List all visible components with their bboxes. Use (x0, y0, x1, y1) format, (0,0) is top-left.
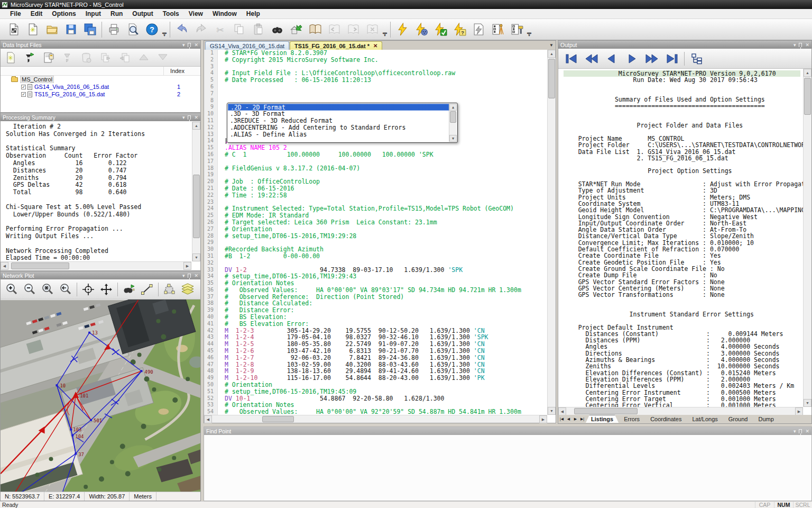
center-point-button[interactable] (79, 281, 97, 298)
menu-window[interactable]: Window (208, 10, 242, 17)
new-from-template-button[interactable]: ✳ (23, 21, 42, 39)
toolbar-overflow-icon[interactable]: ▬▾ (161, 21, 168, 39)
pin-icon[interactable] (188, 274, 191, 278)
bookmark-prev-button[interactable] (325, 21, 344, 39)
run-data-check-button[interactable] (431, 21, 450, 39)
output-tab-ground[interactable]: Ground (723, 415, 753, 423)
relative-ellipses-button[interactable] (161, 281, 179, 298)
run-preprocess-button[interactable] (412, 21, 431, 39)
inverse-button[interactable] (138, 281, 156, 298)
toolbar-overflow2-icon[interactable]: ▬▾ (382, 21, 388, 39)
close-icon[interactable]: ✕ (805, 42, 809, 48)
close-tab-icon[interactable]: ✕ (373, 43, 377, 49)
find-button[interactable] (267, 21, 287, 39)
data-file-row[interactable]: ✓GS14_Viva_2016_06_15.dat1 (1, 83, 200, 90)
last-page-button[interactable] (662, 50, 682, 67)
find-point-button[interactable] (120, 281, 138, 298)
output-tab-dump[interactable]: Dump (753, 415, 779, 423)
output-tab-listings[interactable]: Listings (586, 415, 619, 423)
print-button[interactable] (104, 21, 123, 39)
data-file-row[interactable]: ✓TS15_FG_2016_06_15.dat2 (1, 90, 200, 98)
goto-button[interactable] (287, 21, 306, 39)
file-name[interactable]: GS14_Viva_2016_06_15.dat (34, 84, 109, 90)
autocomplete-item[interactable]: .ALIAS - Define Alias (228, 131, 457, 138)
editor-vscrollbar[interactable]: ▲ ▼ (547, 50, 556, 415)
output-listing-text[interactable]: MicroSurvey STAR*NET-PRO Version 9,0,2,6… (558, 69, 811, 407)
delete-data-file-button[interactable] (79, 50, 95, 65)
instrument-manager-button[interactable] (507, 21, 526, 39)
close-icon[interactable]: ✕ (194, 42, 198, 48)
popup-scrollbar[interactable]: ▲ ▼ (449, 104, 457, 142)
panel-menu-icon[interactable]: ▾ (182, 273, 185, 278)
move-down-button[interactable] (155, 50, 171, 65)
file-name[interactable]: TS15_FG_2016_06_15.dat (34, 91, 105, 97)
processing-summary-vscrollbar[interactable]: ▲ ▼ (192, 122, 200, 261)
help-button[interactable]: ? (142, 21, 161, 39)
points-manager-button[interactable] (488, 21, 507, 39)
redo-button[interactable] (191, 21, 210, 39)
output-tab-coordinates[interactable]: Coordinates (645, 415, 687, 423)
fast-backward-button[interactable] (582, 50, 602, 67)
new-data-file-button[interactable]: ✳ (3, 50, 19, 65)
preprocess-listing-button[interactable] (469, 21, 488, 39)
panel-menu-icon[interactable]: ▾ (182, 42, 185, 48)
tab-scroll-prev-icon[interactable]: ◀ (565, 415, 572, 422)
menu-view[interactable]: View (184, 10, 208, 17)
previous-button[interactable] (602, 50, 622, 67)
copy-from-project-button[interactable] (117, 50, 133, 65)
output-vscrollbar[interactable]: ▲ ▼ (803, 69, 811, 407)
copy-to-project-button[interactable] (98, 50, 114, 65)
tab-list-dropdown-icon[interactable]: ▼ (549, 43, 553, 48)
add-data-file-button[interactable] (22, 50, 38, 65)
menu-run[interactable]: Run (106, 10, 127, 17)
run-blunder-detect-button[interactable]: ? (450, 21, 469, 39)
bookmark-clear-button[interactable] (363, 21, 382, 39)
pin-icon[interactable] (799, 429, 802, 433)
pan-button[interactable] (97, 281, 115, 298)
move-up-button[interactable] (136, 50, 152, 65)
tree-root-folder[interactable]: MS_Control (1, 76, 200, 83)
menu-output[interactable]: Output (127, 10, 158, 17)
file-enabled-checkbox[interactable]: ✓ (21, 92, 26, 97)
file-enabled-checkbox[interactable]: ✓ (21, 85, 26, 89)
fast-forward-button[interactable] (642, 50, 662, 67)
processing-summary-hscrollbar[interactable]: ◀ ▶ (1, 261, 191, 270)
open-project-button[interactable] (42, 21, 61, 39)
tab-gs14-viva[interactable]: GS14_Viva_2016_06_15.dat (205, 41, 289, 50)
editor-text-area[interactable]: 1# STAR*FG Version 8.2.0.39072# Copyrigh… (204, 50, 556, 415)
zoom-out-button[interactable] (21, 281, 39, 298)
menu-file[interactable]: File (5, 10, 26, 17)
tab-scroll-next-icon[interactable]: ▶ (572, 415, 579, 422)
pin-icon[interactable] (188, 43, 191, 47)
output-hscrollbar[interactable]: ◀ ▶ (558, 407, 803, 415)
run-adjustment-button[interactable] (393, 21, 412, 39)
autocomplete-popup[interactable]: .2D - 2D Format.3D - 3D Format.3REDUCE -… (227, 103, 458, 143)
close-icon[interactable]: ✕ (194, 115, 198, 120)
output-tab-errors[interactable]: Errors (619, 415, 645, 423)
menu-help[interactable]: Help (242, 10, 265, 17)
tab-ts15-fg[interactable]: TS15_FG_2016_06_15.dat *✕ (290, 41, 382, 50)
save-all-button[interactable] (80, 21, 99, 39)
menu-edit[interactable]: Edit (26, 10, 48, 17)
zoom-in-button[interactable] (3, 281, 21, 298)
panel-menu-icon[interactable]: ▾ (793, 42, 796, 48)
menu-input[interactable]: Input (81, 10, 106, 17)
editor-hscrollbar[interactable]: ◀ ▶ (204, 415, 547, 423)
edit-data-file-button[interactable] (41, 50, 57, 65)
view-listing-book-button[interactable] (306, 21, 325, 39)
undo-button[interactable] (172, 21, 191, 39)
zoom-previous-button[interactable] (57, 281, 75, 298)
pin-icon[interactable] (799, 43, 802, 47)
remove-data-file-button[interactable] (60, 50, 76, 65)
print-preview-button[interactable] (123, 21, 142, 39)
menu-options[interactable]: Options (47, 10, 80, 17)
next-button[interactable] (622, 50, 642, 67)
listing-index-tree-button[interactable] (687, 50, 707, 67)
output-tab-lat-longs[interactable]: Lat/Longs (687, 415, 723, 423)
bookmark-next-button[interactable] (344, 21, 363, 39)
panel-menu-icon[interactable]: ▾ (793, 429, 796, 434)
copy-button[interactable] (229, 21, 248, 39)
first-page-button[interactable] (561, 50, 582, 67)
save-button[interactable] (61, 21, 80, 39)
cut-button[interactable]: ✂ (210, 21, 229, 39)
